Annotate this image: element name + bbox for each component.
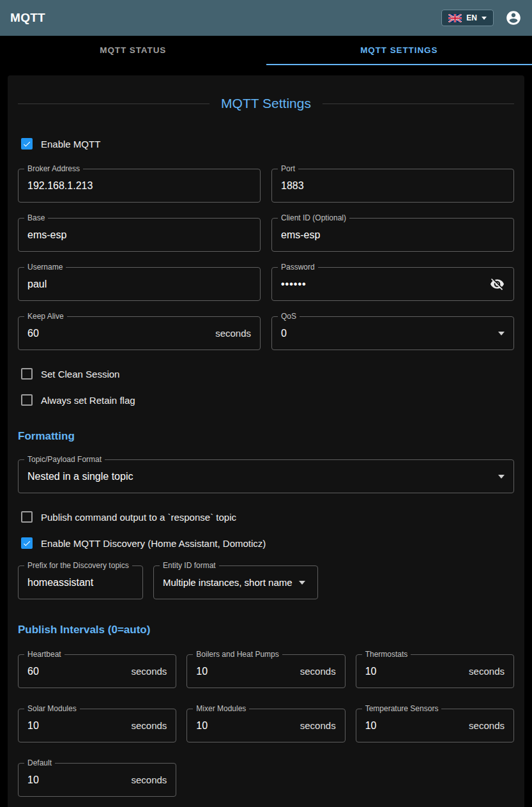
field-value: 192.168.1.213 bbox=[27, 180, 93, 192]
field-value: 1883 bbox=[281, 180, 304, 192]
language-label: EN bbox=[466, 13, 477, 22]
broker-address-field[interactable]: Broker Address 192.168.1.213 bbox=[18, 169, 261, 203]
chevron-down-icon bbox=[482, 17, 487, 20]
field-value: •••••• bbox=[281, 279, 307, 290]
field-label: Base bbox=[24, 213, 48, 222]
tab-mqtt-settings[interactable]: MQTT SETTINGS bbox=[266, 36, 532, 65]
dropdown-arrow-icon bbox=[498, 332, 505, 335]
field-label: Client ID (Optional) bbox=[278, 213, 349, 222]
field-suffix: seconds bbox=[126, 774, 167, 785]
app-bar: MQTT EN bbox=[0, 0, 532, 36]
field-suffix: seconds bbox=[464, 666, 505, 677]
checkbox-icon bbox=[21, 138, 33, 150]
checkbox-label: Enable MQTT Discovery (Home Assistant, D… bbox=[41, 538, 266, 549]
page-title: MQTT Settings bbox=[221, 96, 311, 111]
mqtt-settings-card: MQTT Settings Enable MQTT Broker Address… bbox=[8, 75, 524, 807]
field-value: Multiple instances, short name bbox=[163, 577, 293, 588]
checkbox-icon bbox=[21, 537, 33, 549]
uk-flag-icon bbox=[448, 14, 462, 22]
thermostats-interval-field[interactable]: Thermostats 10 seconds bbox=[356, 654, 514, 688]
field-value: 60 bbox=[27, 666, 39, 677]
field-value: 10 bbox=[196, 666, 208, 677]
field-suffix: seconds bbox=[126, 720, 167, 731]
language-selector-button[interactable]: EN bbox=[441, 10, 494, 26]
field-label: Thermostats bbox=[362, 650, 411, 659]
qos-select[interactable]: QoS 0 bbox=[271, 316, 514, 350]
client-id-field[interactable]: Client ID (Optional) ems-esp bbox=[271, 218, 514, 252]
field-value: 10 bbox=[365, 666, 377, 677]
field-value: ems-esp bbox=[281, 229, 320, 241]
temperature-sensors-interval-field[interactable]: Temperature Sensors 10 seconds bbox=[356, 709, 514, 742]
field-suffix: seconds bbox=[295, 666, 336, 677]
checkbox-label: Set Clean Session bbox=[41, 369, 119, 380]
solar-interval-field[interactable]: Solar Modules 10 seconds bbox=[18, 709, 176, 742]
field-label: Topic/Payload Format bbox=[24, 455, 105, 464]
checkbox-mqtt-discovery[interactable]: Enable MQTT Discovery (Home Assistant, D… bbox=[18, 535, 514, 551]
toggle-password-visibility-button[interactable] bbox=[490, 277, 505, 291]
form-row: Prefix for the Discovery topics homeassi… bbox=[18, 565, 514, 599]
field-label: Temperature Sensors bbox=[362, 704, 442, 713]
app-title: MQTT bbox=[10, 11, 45, 25]
form-row: Base ems-esp Client ID (Optional) ems-es… bbox=[18, 218, 514, 252]
field-suffix: seconds bbox=[295, 720, 336, 731]
field-label: Solar Modules bbox=[24, 704, 80, 713]
form-row: Broker Address 192.168.1.213 Port 1883 bbox=[18, 169, 514, 203]
boilers-interval-field[interactable]: Boilers and Heat Pumps 10 seconds bbox=[186, 654, 345, 688]
checkbox-label: Publish command output to a `response` t… bbox=[41, 512, 236, 523]
tab-bar: MQTT STATUS MQTT SETTINGS bbox=[0, 36, 532, 65]
tab-label: MQTT STATUS bbox=[100, 45, 166, 55]
checkbox-retain-flag[interactable]: Always set Retain flag bbox=[18, 392, 514, 408]
port-field[interactable]: Port 1883 bbox=[271, 169, 514, 203]
dropdown-arrow-icon bbox=[299, 581, 305, 585]
field-label: Keep Alive bbox=[24, 312, 67, 321]
field-value: 60 bbox=[27, 328, 39, 339]
field-label: QoS bbox=[278, 312, 300, 321]
field-label: Default bbox=[24, 758, 55, 767]
tab-label: MQTT SETTINGS bbox=[360, 45, 437, 55]
field-value: 10 bbox=[27, 720, 39, 732]
checkbox-clean-session[interactable]: Set Clean Session bbox=[18, 365, 514, 382]
username-field[interactable]: Username paul bbox=[18, 267, 261, 301]
default-interval-field[interactable]: Default 10 seconds bbox=[18, 763, 176, 797]
discovery-prefix-field[interactable]: Prefix for the Discovery topics homeassi… bbox=[18, 565, 143, 599]
field-label: Broker Address bbox=[24, 164, 83, 173]
password-field[interactable]: Password •••••• bbox=[271, 267, 514, 301]
field-label: Mixer Modules bbox=[193, 704, 249, 713]
field-label: Heartbeat bbox=[24, 650, 65, 659]
entity-id-format-select[interactable]: Entity ID format Multiple instances, sho… bbox=[153, 565, 318, 599]
account-circle-icon bbox=[505, 10, 522, 26]
field-suffix: seconds bbox=[464, 720, 505, 731]
form-row: Keep Alive 60 seconds QoS 0 bbox=[18, 316, 514, 350]
card-title-divider: MQTT Settings bbox=[18, 96, 514, 111]
publish-intervals-grid: Heartbeat 60 seconds Boilers and Heat Pu… bbox=[18, 654, 514, 797]
checkbox-label: Always set Retain flag bbox=[41, 395, 135, 406]
form-row: Topic/Payload Format Nested in a single … bbox=[18, 459, 514, 493]
tab-mqtt-status[interactable]: MQTT STATUS bbox=[0, 36, 266, 65]
checkbox-publish-response[interactable]: Publish command output to a `response` t… bbox=[18, 509, 514, 525]
account-button[interactable] bbox=[505, 10, 522, 26]
topic-payload-format-select[interactable]: Topic/Payload Format Nested in a single … bbox=[18, 459, 514, 493]
field-value: ems-esp bbox=[27, 229, 66, 241]
heartbeat-interval-field[interactable]: Heartbeat 60 seconds bbox=[18, 654, 176, 688]
field-label: Entity ID format bbox=[160, 561, 219, 570]
field-value: 0 bbox=[281, 328, 287, 339]
checkbox-icon bbox=[21, 394, 33, 406]
visibility-off-icon bbox=[490, 277, 505, 291]
field-suffix: seconds bbox=[126, 666, 167, 677]
form-row: Username paul Password •••••• bbox=[18, 267, 514, 301]
field-label: Boilers and Heat Pumps bbox=[193, 650, 282, 659]
base-field[interactable]: Base ems-esp bbox=[18, 218, 261, 252]
checkbox-enable-mqtt[interactable]: Enable MQTT bbox=[18, 135, 514, 152]
field-suffix: seconds bbox=[210, 328, 251, 339]
divider-line bbox=[18, 104, 209, 104]
checkbox-icon bbox=[21, 368, 33, 380]
field-label: Port bbox=[278, 164, 298, 173]
formatting-heading: Formatting bbox=[18, 430, 514, 443]
divider-line bbox=[323, 104, 514, 104]
field-value: 10 bbox=[27, 774, 39, 786]
dropdown-arrow-icon bbox=[498, 475, 505, 479]
keep-alive-field[interactable]: Keep Alive 60 seconds bbox=[18, 316, 261, 350]
field-value: 10 bbox=[196, 720, 208, 732]
mixer-interval-field[interactable]: Mixer Modules 10 seconds bbox=[186, 709, 345, 742]
field-label: Prefix for the Discovery topics bbox=[24, 561, 132, 570]
